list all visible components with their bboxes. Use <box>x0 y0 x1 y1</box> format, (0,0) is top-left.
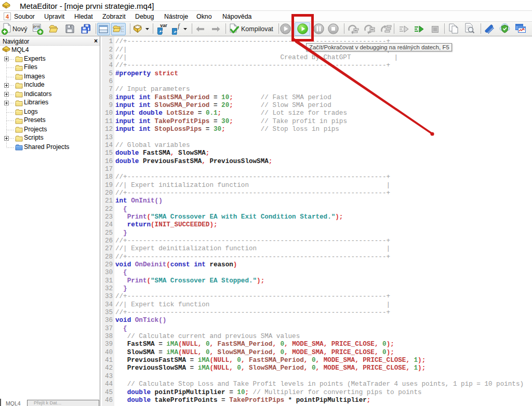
svg-text:var: var <box>160 23 167 28</box>
svg-text:proj: proj <box>33 24 40 29</box>
svg-text:4: 4 <box>6 13 9 20</box>
svg-text:f: f <box>178 23 180 30</box>
